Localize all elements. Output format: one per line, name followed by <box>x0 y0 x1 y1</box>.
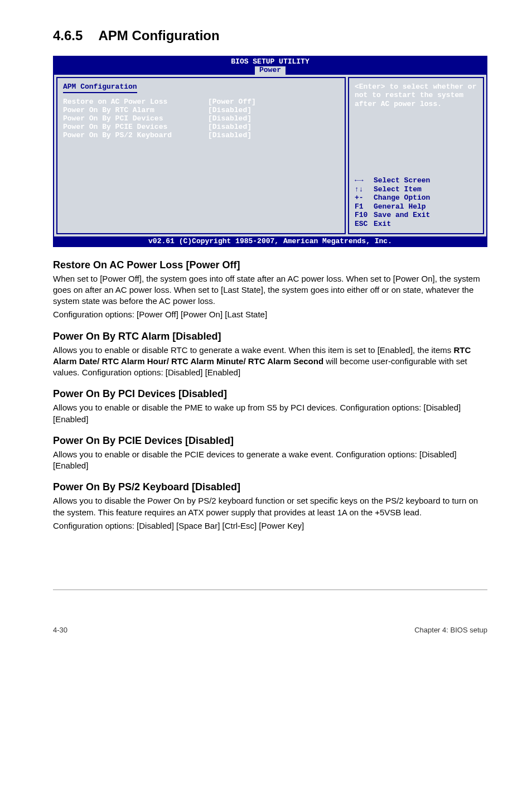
paragraph: Allows you to enable or disable the PME … <box>53 402 487 425</box>
nav-label: Select Screen <box>374 176 430 185</box>
subsection-heading: Power On By PCI Devices [Disabled] <box>53 388 487 400</box>
bios-setting-label: Power On By PCIE Devices <box>63 123 208 131</box>
bios-header-title: BIOS SETUP UTILITY <box>54 58 486 66</box>
bios-screenshot: BIOS SETUP UTILITY Power APM Configurati… <box>53 56 487 247</box>
bios-right-panel: <Enter> to select whether or not to rest… <box>348 77 484 234</box>
page-number: 4-30 <box>53 626 67 634</box>
footer-divider <box>53 590 487 590</box>
nav-plusminus-icon: +- <box>355 194 374 202</box>
bios-left-panel: APM Configuration Restore on AC Power Lo… <box>56 77 346 234</box>
bios-setting-value: [Disabled] <box>208 123 252 131</box>
bios-setting-value: [Disabled] <box>208 131 252 139</box>
nav-esc-key: ESC <box>355 220 374 229</box>
bios-row: Restore on AC Power Loss [Power Off] <box>63 98 339 106</box>
bios-row: Power On By PCIE Devices [Disabled] <box>63 123 339 131</box>
subsection: Power On By PCI Devices [Disabled] Allow… <box>53 388 487 425</box>
subsection-heading: Power On By PS/2 Keyboard [Disabled] <box>53 481 487 493</box>
subsection-heading: Power On By PCIE Devices [Disabled] <box>53 435 487 447</box>
section-heading: 4.6.5APM Configuration <box>53 28 487 44</box>
bios-header-tab: Power <box>255 66 286 74</box>
subsection: Restore On AC Power Loss [Power Off] Whe… <box>53 259 487 321</box>
chapter-label: Chapter 4: BIOS setup <box>414 626 487 634</box>
nav-arrows-ud-icon: ↑↓ <box>355 185 374 194</box>
subsection-heading: Power On By RTC Alarm [Disabled] <box>53 331 487 342</box>
nav-arrows-lr-icon: ←→ <box>355 176 374 185</box>
paragraph: Allows you to disable the Power On by PS… <box>53 495 487 518</box>
paragraph: Allows you to enable or disable RTC to g… <box>53 345 487 379</box>
bios-apm-heading: APM Configuration <box>63 83 137 93</box>
paragraph: Configuration options: [Power Off] [Powe… <box>53 309 487 320</box>
bios-setting-value: [Disabled] <box>208 106 252 114</box>
nav-label: Select Item <box>374 185 422 194</box>
bios-hint-text: <Enter> to select whether or not to rest… <box>355 83 477 109</box>
nav-label: Save and Exit <box>374 211 430 219</box>
nav-label: General Help <box>374 202 426 211</box>
subsection: Power On By PS/2 Keyboard [Disabled] All… <box>53 481 487 532</box>
bios-setting-value: [Power Off] <box>208 98 256 106</box>
subsection: Power On By RTC Alarm [Disabled] Allows … <box>53 331 487 379</box>
bios-row: Power On By PS/2 Keyboard [Disabled] <box>63 131 339 139</box>
bios-setting-label: Power On By PCI Devices <box>63 114 208 123</box>
bios-setting-value: [Disabled] <box>208 114 252 123</box>
bios-setting-label: Power On By PS/2 Keyboard <box>63 131 208 139</box>
bios-row: Power On By PCI Devices [Disabled] <box>63 114 339 123</box>
subsection: Power On By PCIE Devices [Disabled] Allo… <box>53 435 487 472</box>
page-footer: 4-30 Chapter 4: BIOS setup <box>0 592 532 645</box>
nav-label: Exit <box>374 220 391 228</box>
nav-f1-key: F1 <box>355 202 374 211</box>
bios-nav-help: ←→Select Screen ↑↓Select Item +-Change O… <box>355 176 477 229</box>
subsection-heading: Restore On AC Power Loss [Power Off] <box>53 259 487 271</box>
bios-header: BIOS SETUP UTILITY Power <box>54 57 486 75</box>
bios-footer: v02.61 (C)Copyright 1985-2007, American … <box>54 236 486 246</box>
bios-setting-label: Restore on AC Power Loss <box>63 98 208 106</box>
bios-setting-label: Power On By RTC Alarm <box>63 106 208 114</box>
paragraph: When set to [Power Off], the system goes… <box>53 273 487 307</box>
paragraph: Configuration options: [Disabled] [Space… <box>53 520 487 532</box>
bios-row: Power On By RTC Alarm [Disabled] <box>63 106 339 114</box>
section-title-text: APM Configuration <box>98 28 219 43</box>
paragraph: Allows you to enable or disable the PCIE… <box>53 449 487 472</box>
nav-label: Change Option <box>374 194 430 202</box>
nav-f10-key: F10 <box>355 211 374 220</box>
section-number: 4.6.5 <box>53 28 83 44</box>
